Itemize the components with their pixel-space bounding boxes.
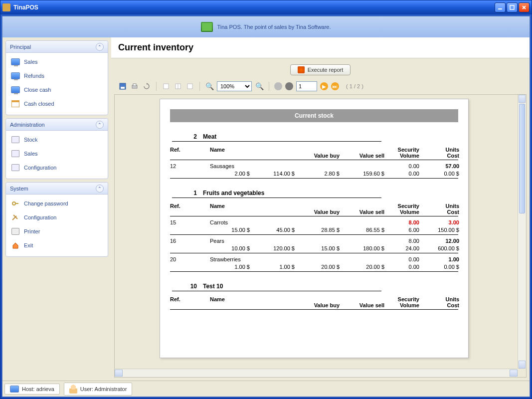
svg-rect-7 [133,84,136,86]
table-row: 16Pears8.0012.00 [170,238,458,244]
sidebar-close-cash[interactable]: Close cash [9,83,105,97]
nav-first-icon[interactable] [274,82,282,90]
panel-title: Principal [10,44,96,50]
book-icon [11,150,20,158]
maximize-button[interactable] [507,2,518,12]
minimize-button[interactable] [495,2,506,12]
status-host: Host: adrieva [4,384,60,395]
sidebar-printer[interactable]: Printer [9,224,105,238]
zoom-select[interactable]: 100% [217,81,252,91]
sidebar: Principal⌃SalesRefundsClose cashCash clo… [2,37,111,381]
host-icon [10,386,19,393]
page-number-input[interactable] [296,81,317,91]
book-icon [11,136,20,144]
sidebar-change-password[interactable]: Change password [9,197,105,210]
report-toolbar: 🔍 100% 🔍 ▶ ⏭ ( 1 / 2 ) [114,79,527,93]
monitor-icon [11,58,20,66]
page-fit-icon[interactable] [174,82,182,91]
sidebar-refunds[interactable]: Refunds [9,69,105,83]
table-row: 15Carrots8.003.00 [170,219,458,225]
sidebar-admin-config[interactable]: Configuration [9,161,105,175]
sidebar-sales[interactable]: Sales [9,55,105,69]
svg-rect-5 [121,87,125,89]
collapse-icon[interactable]: ⌃ [96,185,104,193]
svg-rect-8 [164,84,169,89]
panel-title: Administration [10,122,96,128]
sidebar-exit[interactable]: Exit [9,238,105,252]
horizontal-scrollbar[interactable] [115,369,518,377]
collapse-icon[interactable]: ⌃ [96,121,104,129]
zoom-out-icon[interactable]: 🔍 [205,82,214,91]
sidebar-stock[interactable]: Stock [9,133,105,147]
calendar-icon [11,100,20,108]
vertical-scrollbar[interactable] [518,95,526,369]
report-page: Current stock 2MeatRef.NameSecurityUnits… [160,99,469,358]
page-width-icon[interactable] [185,82,194,91]
execute-report-button[interactable]: Execute report [290,64,351,75]
home-icon [11,241,20,249]
page-count-label: ( 1 / 2 ) [346,83,363,89]
banner-logo-icon [201,22,213,32]
table-row: 12Sausages0.0057.00 [170,163,458,169]
svg-rect-1 [510,5,514,9]
sidebar-cash-closed[interactable]: Cash closed [9,97,105,111]
status-user: User: Administrator [64,383,133,396]
panel-title: System [10,186,96,192]
close-button[interactable] [519,2,530,12]
banner-tagline: Tina POS. The point of sales by Tina Sof… [217,24,331,30]
nav-prev-icon[interactable] [285,82,293,90]
refresh-icon[interactable] [142,82,151,91]
table-row: 20Strawberries0.001.00 [170,256,458,262]
svg-rect-0 [498,8,502,9]
tools-icon [11,213,20,221]
table-row: 15.00 $45.00 $28.85 $86.55 $6.00150.00 $ [170,227,458,235]
save-icon[interactable] [118,82,127,91]
collapse-icon[interactable]: ⌃ [96,43,104,51]
book-icon [11,164,20,172]
printer-icon [11,227,20,235]
key-icon [11,200,20,207]
table-row: 1.00 $1.00 $20.00 $20.00 $0.000.00 $ [170,264,458,272]
window-title: TinaPOS [13,4,495,11]
sidebar-sys-config[interactable]: Configuration [9,210,105,224]
table-row: 10.00 $120.00 $15.00 $180.00 $24.00600.0… [170,245,458,253]
sidebar-admin-sales[interactable]: Sales [9,147,105,161]
zoom-in-icon[interactable]: 🔍 [255,82,264,91]
svg-rect-3 [15,203,18,204]
nav-next-icon[interactable]: ▶ [320,82,328,90]
user-icon [69,385,77,394]
first-page-icon[interactable] [162,82,171,91]
nav-last-icon[interactable]: ⏭ [331,82,339,90]
report-header: Current stock [170,109,458,122]
table-row: 2.00 $114.00 $2.80 $159.60 $0.000.00 $ [170,171,458,179]
monitor-icon [11,86,20,94]
svg-rect-11 [187,84,192,89]
monitor-icon [11,72,20,80]
app-icon [2,3,10,11]
page-title: Current inventory [111,37,530,58]
print-icon[interactable] [130,82,139,91]
flag-icon [298,66,305,73]
